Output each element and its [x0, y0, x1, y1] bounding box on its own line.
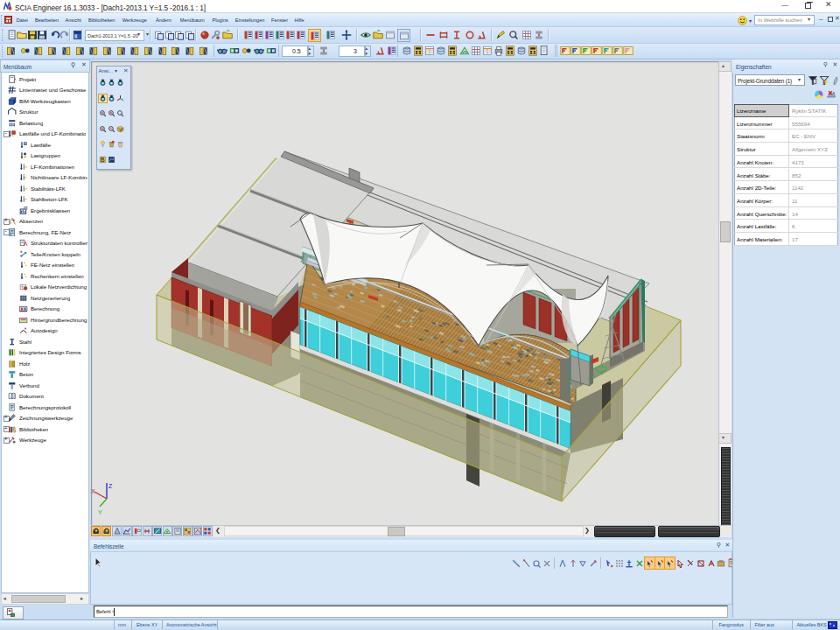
svg-text:Z: Z	[108, 483, 113, 489]
svg-text:X: X	[91, 488, 95, 494]
svg-text:Y: Y	[98, 509, 102, 515]
